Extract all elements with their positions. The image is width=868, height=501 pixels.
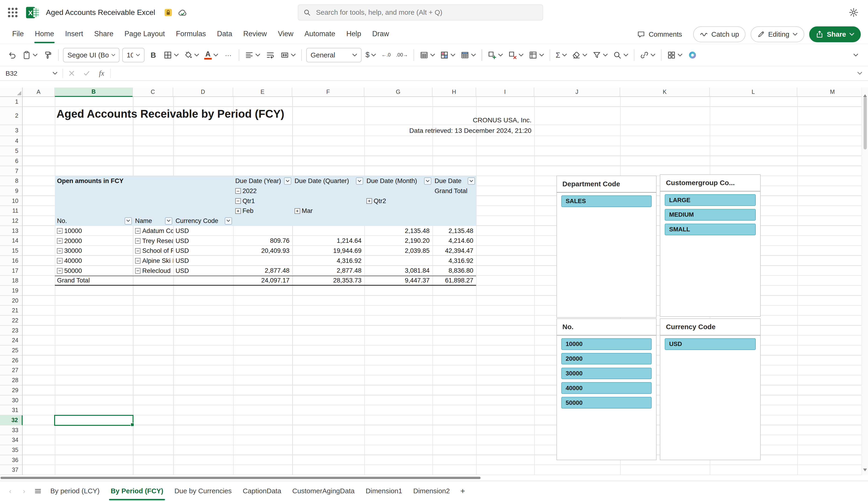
row-header-31[interactable]: 31 xyxy=(0,405,23,415)
copilot-button[interactable] xyxy=(685,47,700,63)
pivot-year-label[interactable]: −2022 xyxy=(233,186,292,196)
pivot-column-field[interactable]: Due Date (Year) xyxy=(233,176,292,186)
menu-tab-data[interactable]: Data xyxy=(211,25,238,44)
row-header-32[interactable]: 32 xyxy=(0,415,23,425)
pivot-grand-total-value[interactable]: 9,447.37 xyxy=(364,276,433,285)
row-header-20[interactable]: 20 xyxy=(0,296,23,306)
row-header-36[interactable]: 36 xyxy=(0,455,23,465)
column-header-C[interactable]: C xyxy=(133,87,173,97)
row-header-22[interactable]: 22 xyxy=(0,316,23,326)
tab-scroll-right-icon[interactable]: › xyxy=(17,487,31,495)
pivot-customer-no[interactable]: −20000 xyxy=(55,236,133,246)
sort-filter-button[interactable] xyxy=(590,47,610,63)
tab-scroll-left-icon[interactable]: ‹ xyxy=(3,487,17,495)
font-size-combobox[interactable]: 10 xyxy=(122,48,144,62)
name-box[interactable]: B32 xyxy=(0,66,63,80)
menu-tab-home[interactable]: Home xyxy=(30,25,60,44)
menu-tab-draw[interactable]: Draw xyxy=(367,25,394,44)
comments-button[interactable]: Comments xyxy=(631,26,688,42)
insert-cells-button[interactable] xyxy=(486,47,505,63)
pivot-value-cell[interactable]: 19,944.69 xyxy=(292,246,364,256)
row-header-13[interactable]: 13 xyxy=(0,226,23,236)
due-date-month-filter-button[interactable] xyxy=(424,178,431,185)
excel-logo-icon[interactable]: X xyxy=(25,6,40,20)
row-header-34[interactable]: 34 xyxy=(0,435,23,445)
worksheet-grid[interactable]: ABCDEFGHIJKLM123456789101112131415161718… xyxy=(0,87,868,475)
column-header-F[interactable]: F xyxy=(292,87,364,97)
borders-button[interactable] xyxy=(161,47,181,63)
catch-up-button[interactable]: Catch up xyxy=(693,26,746,42)
wrap-text-button[interactable] xyxy=(263,47,278,63)
pivot-row-field[interactable]: Currency Code xyxy=(173,216,233,226)
row-header-5[interactable]: 5 xyxy=(0,146,23,156)
pivot-month-feb-label[interactable]: +Feb xyxy=(233,206,292,216)
row-header-18[interactable]: 18 xyxy=(0,276,23,286)
pivot-value-cell[interactable]: 2,135.48 xyxy=(432,226,476,236)
formula-bar-expand-icon[interactable] xyxy=(851,66,868,80)
menu-tab-automate[interactable]: Automate xyxy=(299,25,341,44)
pivot-customer-no[interactable]: −30000 xyxy=(55,246,133,256)
row-header-26[interactable]: 26 xyxy=(0,355,23,365)
pivot-currency-code[interactable]: USD xyxy=(173,246,233,256)
decrease-decimal-button[interactable]: ←.0 xyxy=(379,47,393,63)
collapse-button[interactable]: − xyxy=(135,258,141,264)
editing-mode-button[interactable]: Editing xyxy=(751,26,804,42)
menu-tab-formulas[interactable]: Formulas xyxy=(170,25,211,44)
expand-button[interactable]: + xyxy=(235,208,241,214)
pivot-value-cell[interactable]: 2,877.48 xyxy=(292,266,364,276)
row-header-37[interactable]: 37 xyxy=(0,465,23,475)
menu-tab-help[interactable]: Help xyxy=(341,25,367,44)
slicer-item-sales[interactable]: SALES xyxy=(561,195,652,207)
select-all-corner[interactable] xyxy=(0,87,23,97)
search-bar[interactable] xyxy=(298,4,543,21)
column-header-A[interactable]: A xyxy=(23,87,55,97)
more-font-options-button[interactable]: ··· xyxy=(221,47,236,63)
bold-button[interactable]: B xyxy=(146,47,161,63)
pivot-value-cell[interactable]: 4,316.92 xyxy=(292,256,364,266)
row-header-29[interactable]: 29 xyxy=(0,385,23,395)
row-header-14[interactable]: 14 xyxy=(0,236,23,246)
share-button[interactable]: Share xyxy=(809,26,861,42)
collapse-button[interactable]: − xyxy=(57,228,63,234)
column-header-M[interactable]: M xyxy=(797,87,868,97)
row-header-8[interactable]: 8 xyxy=(0,176,23,186)
pivot-value-cell[interactable]: 2,135.48 xyxy=(364,226,433,236)
add-sheet-button[interactable]: + xyxy=(455,486,470,496)
increase-decimal-button[interactable]: .00→ xyxy=(394,47,410,63)
row-header-10[interactable]: 10 xyxy=(0,196,23,206)
pivot-value-cell[interactable]: 3,081.84 xyxy=(364,266,433,276)
pivot-currency-code[interactable]: USD xyxy=(173,236,233,246)
cancel-icon[interactable] xyxy=(64,66,79,80)
pivot-value-cell[interactable]: 2,190.20 xyxy=(364,236,433,246)
pivot-value-cell[interactable]: 2,877.48 xyxy=(233,266,292,276)
save-status-cloud-icon[interactable] xyxy=(177,8,187,18)
collapse-button[interactable]: − xyxy=(57,268,63,274)
horizontal-scrollbar[interactable] xyxy=(0,475,868,481)
pivot-value-cell[interactable] xyxy=(364,256,433,266)
row-header-24[interactable]: 24 xyxy=(0,335,23,345)
pivot-customer-name[interactable]: −Trey Resear xyxy=(133,236,173,246)
row-header-12[interactable]: 12 xyxy=(0,216,23,226)
slicer-item-30000[interactable]: 30000 xyxy=(561,368,652,380)
menu-tab-review[interactable]: Review xyxy=(238,25,273,44)
format-painter-button[interactable] xyxy=(40,47,55,63)
align-button[interactable] xyxy=(242,47,262,63)
pivot-value-cell[interactable]: 1,214.64 xyxy=(292,236,364,246)
row-header-35[interactable]: 35 xyxy=(0,445,23,455)
menu-tab-share[interactable]: Share xyxy=(89,25,119,44)
due-date-year-filter-button[interactable] xyxy=(284,178,291,185)
row-header-25[interactable]: 25 xyxy=(0,345,23,355)
row-header-7[interactable]: 7 xyxy=(0,166,23,176)
collapse-button[interactable]: − xyxy=(235,188,241,194)
pivot-value-cell[interactable]: 8,836.80 xyxy=(432,266,476,276)
pivot-customer-no[interactable]: −40000 xyxy=(55,256,133,266)
name-filter-button[interactable] xyxy=(165,217,172,225)
column-header-E[interactable]: E xyxy=(233,87,292,97)
pivot-customer-name[interactable]: −Alpine Ski H xyxy=(133,256,173,266)
settings-gear-icon[interactable] xyxy=(849,8,859,18)
pivot-currency-code[interactable]: USD xyxy=(173,256,233,266)
clear-button[interactable] xyxy=(570,47,589,63)
pivot-value-cell[interactable] xyxy=(233,226,292,236)
row-header-28[interactable]: 28 xyxy=(0,375,23,385)
format-as-table-button[interactable] xyxy=(458,47,478,63)
